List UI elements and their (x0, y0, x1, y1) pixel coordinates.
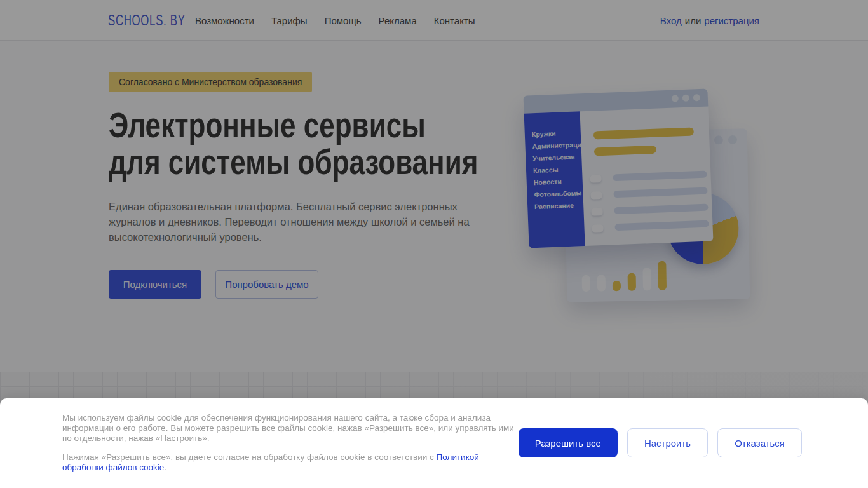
cookie-paragraph-2-text: Нажимая «Разрешить все», вы даете соглас… (62, 452, 437, 462)
cookie-paragraph-2-suffix: . (164, 463, 166, 472)
cookie-paragraph-1: Мы используем файлы cookie для обеспечен… (62, 413, 517, 444)
cookie-consent-banner: Мы используем файлы cookie для обеспечен… (0, 398, 868, 488)
configure-cookies-button[interactable]: Настроить (627, 428, 708, 458)
allow-all-cookies-button[interactable]: Разрешить все (519, 428, 618, 458)
cookie-text: Мы используем файлы cookie для обеспечен… (62, 413, 517, 473)
cookie-paragraph-2: Нажимая «Разрешить все», вы даете соглас… (62, 452, 517, 473)
cookie-buttons: Разрешить все Настроить Отказаться (519, 428, 802, 458)
decline-cookies-button[interactable]: Отказаться (717, 428, 802, 458)
